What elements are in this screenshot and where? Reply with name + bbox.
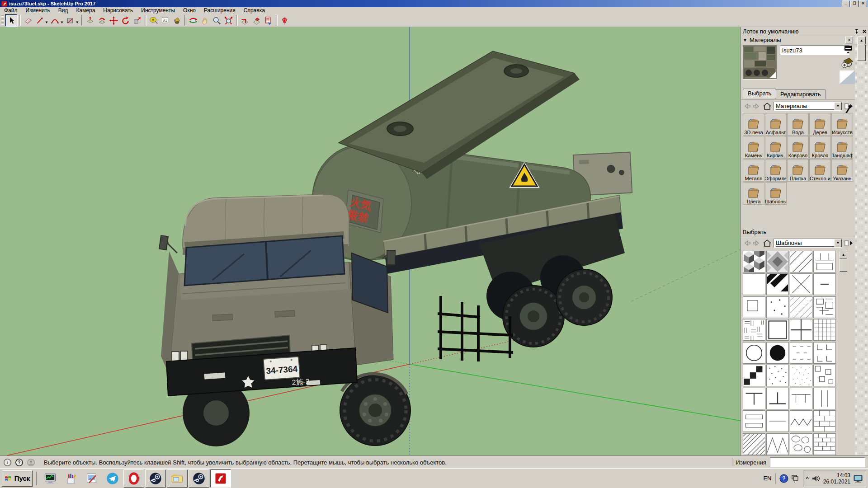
section-plane-tool-button[interactable] <box>239 14 251 26</box>
tray-close-icon[interactable]: ✕ <box>862 28 867 35</box>
taskbar-app-opera[interactable] <box>123 469 144 488</box>
menu-extensions[interactable]: Расширения <box>200 7 240 14</box>
material-folder-9[interactable]: Ландшаф <box>831 136 853 159</box>
help-tray-icon[interactable]: ? <box>779 474 788 483</box>
material-folder-16[interactable]: Шаблоны <box>765 182 787 205</box>
close-button[interactable]: ✕ <box>859 0 867 7</box>
material-folder-5[interactable]: Камень <box>743 136 764 159</box>
pattern-swatch-brick[interactable] <box>813 410 836 432</box>
forward-arrow-icon[interactable] <box>753 103 761 110</box>
material-folder-0[interactable]: 3D-печа <box>743 113 764 136</box>
menu-help[interactable]: Справка <box>240 7 269 14</box>
materials-section-header[interactable]: ▼ Материалы x <box>741 36 855 44</box>
material-folder-8[interactable]: Кровля <box>809 136 831 159</box>
pattern-scroll-thumb[interactable] <box>840 259 847 272</box>
taskbar-app-image-editor[interactable] <box>82 470 102 487</box>
material-folder-12[interactable]: Плитка <box>787 159 809 182</box>
material-folder-14[interactable]: Указанн <box>831 159 853 182</box>
pattern-swatch-corner-square[interactable] <box>743 296 765 318</box>
ruby-console-tool-button[interactable] <box>279 14 291 26</box>
material-folder-4[interactable]: Искусств <box>831 113 853 136</box>
material-folder-10[interactable]: Металл <box>743 159 764 182</box>
pattern-swatch-dense-grid[interactable] <box>813 319 836 341</box>
material-folder-15[interactable]: Цвета <box>743 182 764 205</box>
pattern-swatch-vertical-pair[interactable] <box>813 388 836 409</box>
taskbar-app-system-monitor[interactable] <box>40 470 60 487</box>
push-pull-tool-button[interactable] <box>85 14 96 26</box>
menu-view[interactable]: Вид <box>54 7 72 14</box>
patterns-details-arrow-icon[interactable] <box>844 239 853 247</box>
pattern-swatch-speckle[interactable] <box>766 365 789 386</box>
menu-draw[interactable]: Нарисовать <box>99 7 137 14</box>
pattern-swatch-fine-diagonal[interactable] <box>790 296 812 318</box>
language-bar-options-icon[interactable] <box>791 474 799 483</box>
measurements-input[interactable] <box>770 457 865 467</box>
pattern-swatch-cross-grid[interactable] <box>790 319 812 341</box>
language-indicator[interactable]: EN <box>763 475 771 482</box>
pattern-swatch-circle-outline[interactable] <box>743 342 765 364</box>
pattern-swatch-tee-down[interactable] <box>743 388 765 409</box>
patterns-forward-arrow-icon[interactable] <box>753 239 761 247</box>
pattern-swatch-offset-squares[interactable] <box>813 365 836 386</box>
tray-scroll-up-icon[interactable]: ▲ <box>857 37 866 44</box>
menu-file[interactable]: Файл <box>0 7 22 14</box>
create-material-icon[interactable] <box>841 57 854 69</box>
eraser-tool-button[interactable] <box>22 14 34 26</box>
menu-tools[interactable]: Инструменты <box>137 7 179 14</box>
tape-measure-tool-button[interactable] <box>148 14 160 26</box>
pattern-swatch-horizontal-line[interactable] <box>766 410 789 432</box>
material-folder-2[interactable]: Вода <box>787 113 809 136</box>
scale-tool-button[interactable] <box>132 14 143 26</box>
volume-icon[interactable] <box>811 474 821 483</box>
pattern-swatch-large-square[interactable] <box>766 319 789 341</box>
pattern-swatch-step-blocks[interactable] <box>743 365 765 386</box>
material-folder-13[interactable]: Стекло и <box>809 159 831 182</box>
secondary-pane-toggle-icon[interactable] <box>843 45 853 54</box>
home-icon[interactable] <box>763 102 772 110</box>
pattern-swatch-l-brackets[interactable] <box>813 342 836 364</box>
patterns-home-icon[interactable] <box>763 239 772 247</box>
material-folder-11[interactable]: Оформле <box>765 159 787 182</box>
section-display-tool-button[interactable] <box>251 14 263 26</box>
text-tool-button[interactable]: A1 <box>160 14 171 26</box>
rectangle-tool-button[interactable] <box>65 14 76 26</box>
back-arrow-icon[interactable] <box>743 103 751 110</box>
taskbar-app-stationery-cup[interactable] <box>61 470 81 487</box>
pattern-swatch-tick-rows[interactable] <box>790 342 812 364</box>
pattern-swatch-horizontal-rects[interactable] <box>743 410 765 432</box>
toolbar-grip[interactable] <box>1 15 4 26</box>
pattern-swatch-cobblestone[interactable] <box>790 433 812 455</box>
orbit-tool-button[interactable] <box>188 14 199 26</box>
line-tool-button[interactable] <box>34 14 46 26</box>
taskbar-app-steam-2[interactable] <box>189 469 209 488</box>
material-folder-1[interactable]: Асфальт <box>765 113 787 136</box>
pattern-scrollbar[interactable]: ▲ <box>840 251 847 282</box>
arc-tool-button[interactable] <box>49 14 61 26</box>
material-folder-7[interactable]: Коврово <box>787 136 809 159</box>
pattern-swatch-diagonal-cross[interactable] <box>790 273 812 295</box>
pin-icon[interactable] <box>854 29 859 34</box>
move-tool-button[interactable] <box>108 14 120 26</box>
menu-edit[interactable]: Изменить <box>22 7 54 14</box>
tab-edit[interactable]: Редактировать <box>775 89 826 99</box>
pattern-swatch-tee-up[interactable] <box>766 388 789 409</box>
materials-close-icon[interactable]: x <box>845 37 853 43</box>
profile-circle-icon[interactable] <box>27 458 35 467</box>
tray-scrollbar-track[interactable]: ▲ <box>855 36 868 455</box>
pattern-swatch-diagonal-lines[interactable] <box>790 251 812 272</box>
patterns-collection-dropdown[interactable]: Шаблоны ▼ <box>774 239 842 248</box>
menu-camera[interactable]: Камера <box>72 7 99 14</box>
taskbar-app-steam[interactable] <box>145 469 166 488</box>
pattern-swatch-diagonal-checker-bold[interactable] <box>766 273 789 295</box>
pattern-swatch-dense-hatch[interactable] <box>743 433 765 455</box>
maximize-button[interactable]: ❐ <box>850 0 859 7</box>
pattern-swatch-zigzag[interactable] <box>790 410 812 432</box>
pattern-swatch-blank[interactable] <box>743 273 765 295</box>
pattern-swatch-fine-speckle[interactable] <box>790 365 812 386</box>
material-preview-thumbnail[interactable] <box>743 45 777 80</box>
select-tool-button[interactable] <box>5 14 18 27</box>
paint-bucket-tool-button[interactable] <box>171 14 183 26</box>
pattern-swatch-stacked-brick[interactable] <box>813 433 836 455</box>
rotate-tool-button[interactable] <box>120 14 132 26</box>
pattern-swatch-argyle-checker[interactable] <box>766 251 789 272</box>
